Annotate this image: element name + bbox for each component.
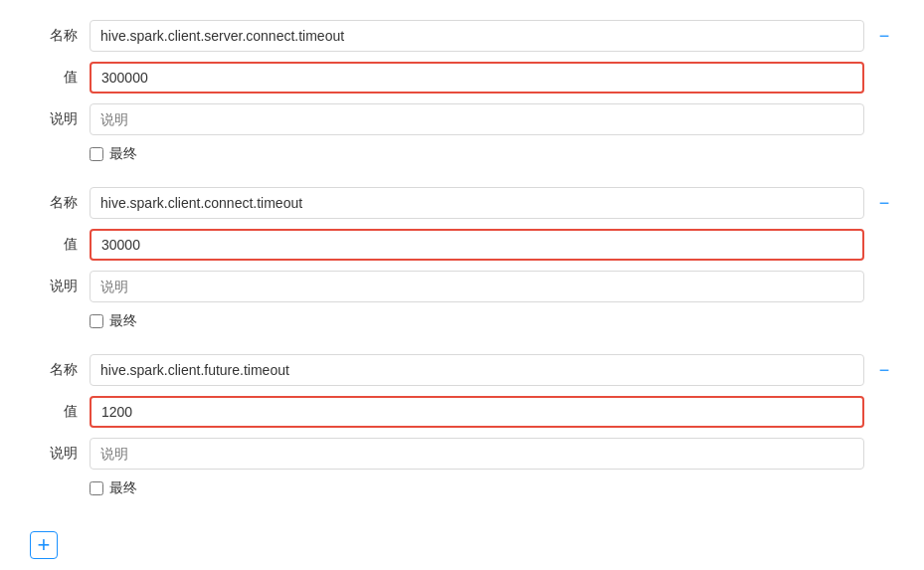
value-label-1: 值: [30, 69, 90, 87]
remove-config-button-3[interactable]: −: [874, 361, 894, 379]
final-label-1: 最终: [109, 145, 137, 163]
final-checkbox-3[interactable]: [90, 481, 103, 495]
desc-label-3: 说明: [30, 445, 90, 463]
name-input-3[interactable]: [90, 354, 864, 386]
value-input-2[interactable]: [90, 229, 864, 261]
name-input-2[interactable]: [90, 187, 864, 219]
desc-row-1: 说明: [30, 103, 894, 135]
final-label-3: 最终: [109, 479, 137, 497]
name-label-1: 名称: [30, 27, 90, 45]
value-label-3: 值: [30, 403, 90, 421]
remove-config-button-1[interactable]: −: [874, 27, 894, 45]
name-row-3: 名称−: [30, 354, 894, 386]
final-label-2: 最终: [109, 312, 137, 330]
desc-input-1[interactable]: [90, 103, 864, 135]
value-label-2: 值: [30, 236, 90, 254]
config-block-3: 名称−值说明最终: [30, 354, 894, 501]
final-checkbox-1[interactable]: [90, 147, 103, 161]
final-row-2: 最终: [30, 312, 894, 330]
name-row-1: 名称−: [30, 20, 894, 52]
final-row-3: 最终: [30, 479, 894, 497]
final-row-1: 最终: [30, 145, 894, 163]
value-row-3: 值: [30, 396, 894, 428]
name-label-3: 名称: [30, 361, 90, 379]
add-config-button[interactable]: +: [30, 531, 58, 559]
config-block-2: 名称−值说明最终: [30, 187, 894, 334]
desc-input-2[interactable]: [90, 271, 864, 302]
desc-label-1: 说明: [30, 110, 90, 128]
desc-row-3: 说明: [30, 438, 894, 470]
desc-input-3[interactable]: [90, 438, 864, 470]
remove-config-button-2[interactable]: −: [874, 194, 894, 212]
desc-label-2: 说明: [30, 278, 90, 295]
final-checkbox-2[interactable]: [90, 314, 103, 328]
value-input-1[interactable]: [90, 62, 864, 94]
name-label-2: 名称: [30, 194, 90, 212]
value-row-1: 值: [30, 62, 894, 94]
desc-row-2: 说明: [30, 271, 894, 302]
name-input-1[interactable]: [90, 20, 864, 52]
config-block-1: 名称−值说明最终: [30, 20, 894, 167]
name-row-2: 名称−: [30, 187, 894, 219]
value-row-2: 值: [30, 229, 894, 261]
value-input-3[interactable]: [90, 396, 864, 428]
